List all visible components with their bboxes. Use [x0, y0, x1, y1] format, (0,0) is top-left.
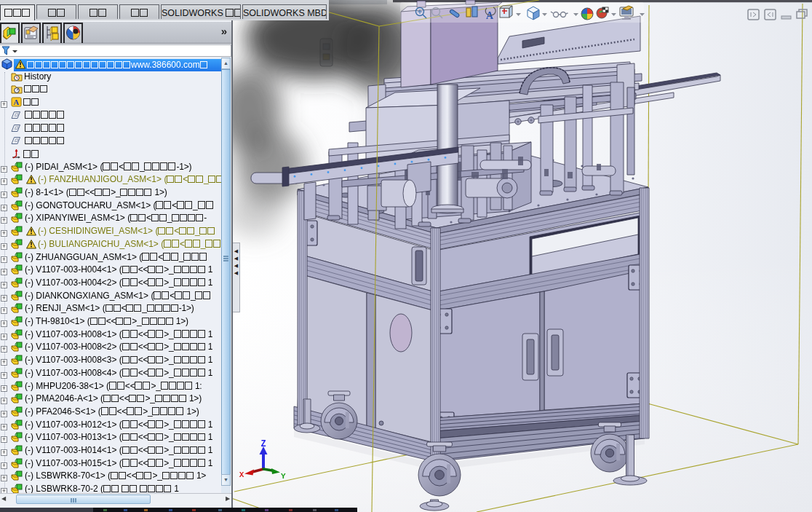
svg-text:X: X [239, 470, 244, 479]
svg-text:A: A [14, 98, 20, 106]
svg-text:Y: Y [281, 472, 286, 481]
